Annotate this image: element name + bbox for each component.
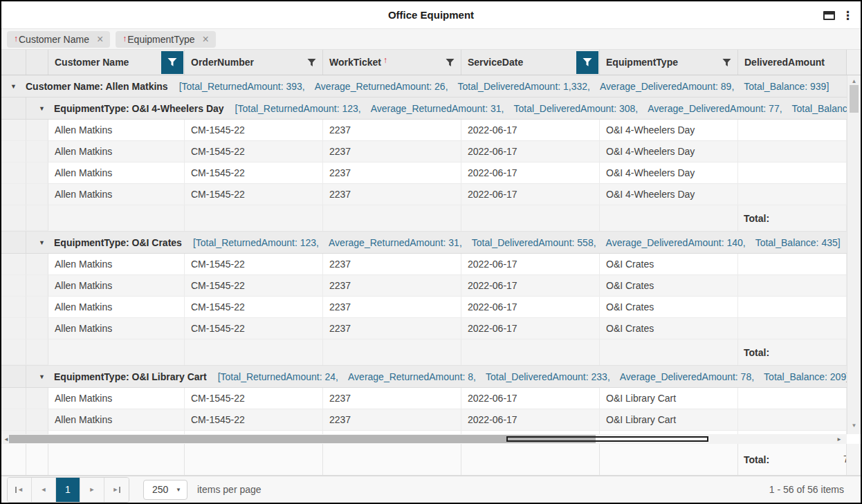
table-row[interactable]: Allen MatkinsCM-1545-2222372022-06-17O&I… [1, 409, 847, 431]
first-page-button[interactable]: ◄ [8, 478, 32, 502]
chevron-down-icon: ▼ [176, 487, 181, 493]
grand-total-row: Total: 7 [1, 444, 861, 476]
window-icon[interactable] [823, 11, 835, 20]
pager-range-info: 1 - 56 of 56 items [769, 484, 844, 495]
table-cell: 2022-06-17 [461, 275, 600, 297]
collapse-icon[interactable]: ▼ [39, 373, 46, 380]
table-cell: 2237 [323, 254, 461, 275]
table-cell: 2022-06-17 [461, 409, 600, 431]
table-cell: 2022-06-17 [461, 254, 600, 275]
group-chip-customer-name[interactable]: ↑ Customer Name × [7, 31, 110, 48]
table-cell: 2237 [323, 120, 461, 141]
scroll-down-icon[interactable]: ▼ [847, 422, 861, 429]
table-row[interactable]: Allen MatkinsCM-1545-2222372022-06-17O&I… [1, 184, 847, 205]
table-row[interactable]: Allen MatkinsCM-1545-2222372022-06-17O&I… [1, 254, 847, 275]
filter-icon[interactable] [446, 58, 455, 67]
footer-cell [600, 205, 738, 231]
column-header-equipment-type[interactable]: EquipmentType [600, 50, 738, 75]
table-row[interactable]: Allen MatkinsCM-1545-2222372022-06-17O&I… [1, 120, 847, 141]
collapse-icon[interactable]: ▼ [39, 105, 46, 112]
table-row[interactable]: Allen MatkinsCM-1545-2222372022-06-17O&I… [1, 275, 847, 297]
row-indent-cell [1, 141, 26, 162]
group-label: EquipmentType: O&I 4-Wheelers Day [54, 103, 224, 114]
column-header-customer-name[interactable]: Customer Name [48, 50, 185, 75]
footer-cell [600, 444, 738, 475]
footer-cell [461, 205, 600, 231]
scroll-left-icon[interactable]: ◄ [3, 434, 9, 444]
footer-cell [185, 339, 323, 365]
table-cell: 2237 [323, 409, 461, 431]
table-cell [738, 184, 847, 205]
filter-icon[interactable] [722, 58, 731, 67]
footer-total-cell: Total: [738, 205, 847, 231]
footer-total-partial-value: 7 [843, 454, 846, 465]
table-row[interactable]: Allen MatkinsCM-1545-2222372022-06-17O&I… [1, 162, 847, 184]
footer-indent-cell [1, 339, 26, 365]
group-indent-header-cell [26, 50, 48, 75]
footer-cell [185, 444, 323, 475]
group-header-content: ▼EquipmentType: O&I Crates[Total_Returne… [26, 232, 847, 253]
footer-total-cell: Total: 7 [738, 444, 847, 475]
table-cell: 2022-06-17 [461, 297, 600, 318]
footer-indent-cell [1, 444, 26, 475]
aggregate-item: Average_ReturnedAmount: 31, [371, 103, 504, 114]
table-row[interactable]: Allen MatkinsCM-1545-2222372022-06-17O&I… [1, 318, 847, 339]
table-cell: 2237 [323, 141, 461, 162]
current-page-button[interactable]: 1 [56, 478, 80, 502]
previous-page-button[interactable]: ◄ [32, 478, 56, 502]
items-per-page-label: items per page [197, 484, 262, 495]
filter-icon-active[interactable] [576, 51, 598, 74]
collapse-icon[interactable]: ▼ [39, 239, 46, 246]
table-cell: Allen Matkins [48, 388, 185, 409]
footer-indent-cell [1, 205, 26, 231]
filter-icon-active[interactable] [161, 51, 183, 74]
row-indent-cell [1, 409, 26, 431]
table-cell: O&I 4-Wheelers Day [600, 141, 738, 162]
footer-indent-cell [26, 205, 48, 231]
scroll-up-icon[interactable]: ▲ [847, 78, 861, 84]
scroll-thumb-outline[interactable] [506, 436, 708, 442]
filter-icon[interactable] [307, 58, 316, 67]
row-indent-cell [26, 120, 48, 141]
collapse-icon[interactable]: ▼ [10, 83, 17, 90]
arrow-right-icon: ► [89, 486, 95, 493]
kebab-menu-icon[interactable]: ⋮ [842, 10, 854, 21]
pager-button-group: ◄ ◄ 1 ► ► [7, 477, 129, 503]
table-cell [738, 297, 847, 318]
table-row[interactable]: Allen MatkinsCM-1545-2222372022-06-17O&I… [1, 141, 847, 162]
group-aggregates: [Total_ReturnedAmount: 24,Average_Return… [218, 371, 847, 382]
aggregate-item: Total_Balance: 435] [755, 237, 841, 248]
vertical-scroll-thumb[interactable] [850, 85, 859, 113]
column-header-label: DeliveredAmount [744, 57, 825, 68]
table-row[interactable]: Allen MatkinsCM-1545-2222372022-06-17O&I… [1, 388, 847, 409]
vertical-scrollbar[interactable]: ▲ ▼ [847, 75, 861, 434]
last-page-button[interactable]: ► [104, 478, 129, 502]
table-cell: Allen Matkins [48, 254, 185, 275]
close-icon[interactable]: × [203, 34, 209, 45]
close-icon[interactable]: × [97, 34, 103, 45]
table-cell: Allen Matkins [48, 318, 185, 339]
page-size-dropdown[interactable]: 250 ▼ [143, 480, 187, 500]
table-cell: Allen Matkins [48, 275, 185, 297]
table-cell: CM-1545-22 [185, 254, 323, 275]
column-header-delivered-amount[interactable]: DeliveredAmount [738, 50, 847, 75]
scroll-right-icon[interactable]: ► [836, 434, 842, 444]
row-indent-cell [26, 297, 48, 318]
column-header-service-date[interactable]: ServiceDate [461, 50, 600, 75]
aggregate-item: Average_DeliveredAmount: 77, [648, 103, 782, 114]
table-cell [738, 162, 847, 184]
arrow-right-icon: ► [113, 486, 119, 493]
group-chip-equipment-type[interactable]: ↑ EquipmentType × [116, 31, 216, 48]
row-indent-cell [26, 275, 48, 297]
table-row[interactable]: Allen MatkinsCM-1545-2222372022-06-17O&I… [1, 297, 847, 318]
horizontal-scrollbar[interactable]: ◄ ► [1, 434, 847, 444]
next-page-button[interactable]: ► [80, 478, 104, 502]
title-bar: Office Equipment ⋮ [1, 1, 861, 29]
sort-asc-icon: ↑ [122, 34, 127, 44]
page-size-value: 250 [152, 484, 176, 495]
aggregate-item: Total_DeliveredAmount: 233, [486, 371, 610, 382]
column-header-work-ticket[interactable]: WorkTicket ↑ [323, 50, 461, 75]
column-header-order-number[interactable]: OrderNumber [185, 50, 323, 75]
table-cell: 2022-06-17 [461, 184, 600, 205]
footer-cell [323, 339, 461, 365]
